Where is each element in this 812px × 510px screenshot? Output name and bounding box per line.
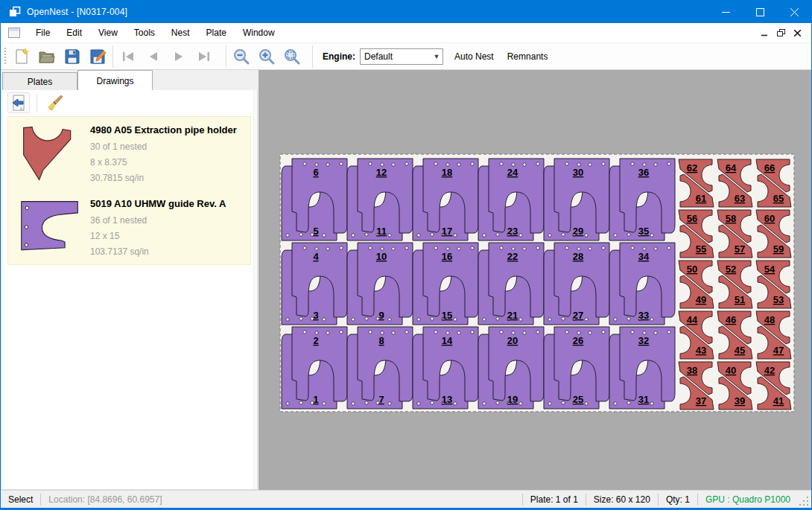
- resize-grip[interactable]: [799, 497, 810, 507]
- hole: [519, 318, 522, 321]
- previous-arrow-icon: [145, 48, 162, 65]
- next-plate-button[interactable]: [166, 45, 191, 68]
- zoom-in-button[interactable]: [254, 45, 279, 68]
- hole: [352, 318, 355, 321]
- hole: [643, 331, 646, 334]
- last-arrow-icon: [196, 48, 212, 65]
- nest-canvas[interactable]: 6512111817242330293635431091615222128273…: [258, 70, 811, 490]
- hole: [352, 234, 355, 237]
- part-shape-purple: [22, 201, 77, 249]
- hole: [454, 234, 457, 237]
- new-button[interactable]: [9, 45, 34, 68]
- part-number: 20: [507, 335, 518, 346]
- tab-plates[interactable]: Plates: [2, 72, 77, 90]
- hole: [548, 318, 551, 321]
- part-number: 11: [376, 226, 387, 237]
- part-number: 29: [573, 226, 583, 237]
- menu-item-file[interactable]: File: [28, 24, 58, 42]
- part-number: 32: [638, 335, 649, 346]
- save-button[interactable]: [60, 45, 85, 68]
- save-as-button[interactable]: [85, 45, 110, 68]
- menu-item-plate[interactable]: Plate: [198, 24, 235, 42]
- drawing-item-4980[interactable]: 4980 A05 Extraction pipe holder 30 of 1 …: [8, 117, 250, 191]
- mdi-close-icon[interactable]: [789, 25, 805, 40]
- hole: [326, 331, 329, 334]
- mdi-document-icon[interactable]: [8, 28, 20, 38]
- last-plate-button[interactable]: [191, 45, 217, 68]
- tab-drawings[interactable]: Drawings: [77, 70, 153, 90]
- part-number: 24: [507, 167, 518, 178]
- hole: [434, 331, 437, 334]
- drawings-toolbar: [1, 90, 257, 115]
- part-number: 50: [687, 264, 697, 275]
- hole: [585, 234, 588, 237]
- hole: [512, 331, 515, 334]
- part-number: 63: [735, 193, 745, 204]
- hole: [340, 331, 343, 334]
- part-number: 5: [313, 226, 318, 237]
- hole: [323, 402, 326, 405]
- hole: [431, 317, 434, 320]
- part-number: 12: [376, 167, 387, 178]
- auto-nest-button[interactable]: Auto Nest: [448, 47, 501, 66]
- menu-item-nest[interactable]: Nest: [163, 24, 198, 42]
- part-number: 54: [764, 264, 775, 275]
- hole: [286, 402, 289, 405]
- menu-item-tools[interactable]: Tools: [126, 24, 163, 42]
- hole: [454, 318, 457, 321]
- drawing-nested-count: 36 of 1 nested: [90, 213, 226, 229]
- minimize-button[interactable]: [708, 1, 743, 23]
- zoom-fit-icon: [283, 48, 301, 66]
- hole: [340, 162, 343, 165]
- hole: [589, 247, 591, 250]
- menu-item-window[interactable]: Window: [235, 24, 283, 42]
- hole: [457, 247, 460, 250]
- menu-item-edit[interactable]: Edit: [58, 24, 90, 42]
- engine-select[interactable]: Default ▼: [360, 48, 443, 65]
- hole: [654, 247, 657, 250]
- drawing-title: 5019 A10 UHMW guide Rev. A: [90, 198, 226, 209]
- hole: [323, 318, 326, 321]
- hole: [446, 331, 449, 334]
- engine-label: Engine:: [323, 51, 355, 62]
- import-drawing-button[interactable]: [7, 92, 30, 113]
- drawing-area: 30.7815 sq/in: [90, 170, 237, 186]
- plate-view[interactable]: 6512111817242330293635431091615222128273…: [279, 153, 795, 412]
- drawing-area: 103.7137 sq/in: [90, 244, 226, 260]
- toolbar-grip[interactable]: [4, 48, 6, 66]
- maximize-button[interactable]: [743, 1, 777, 23]
- hole: [627, 401, 630, 404]
- mdi-restore-icon[interactable]: [773, 25, 789, 40]
- drawing-nested-count: 30 of 1 nested: [90, 139, 237, 155]
- hole: [286, 318, 289, 321]
- panel-tabs: Plates Drawings: [1, 70, 258, 90]
- mdi-minimize-icon[interactable]: [756, 25, 773, 40]
- hole: [496, 233, 499, 236]
- panel-scrollbar[interactable]: [253, 90, 257, 489]
- close-button[interactable]: [777, 1, 811, 23]
- zoom-fit-button[interactable]: [279, 45, 305, 68]
- hole: [650, 402, 653, 405]
- menu-item-view[interactable]: View: [90, 24, 126, 42]
- hole: [388, 402, 391, 405]
- drawing-item-5019[interactable]: 5019 A10 UHMW guide Rev. A 36 of 1 neste…: [8, 191, 250, 264]
- hole: [565, 246, 568, 249]
- clear-drawings-button[interactable]: [44, 92, 66, 113]
- hole: [650, 318, 653, 321]
- hole: [500, 246, 503, 249]
- hole: [512, 163, 515, 166]
- hole: [392, 331, 395, 334]
- hole: [577, 247, 580, 250]
- part-number: 41: [773, 395, 784, 407]
- part-number: 17: [442, 226, 452, 237]
- zoom-out-button[interactable]: [229, 45, 254, 68]
- hole: [483, 402, 486, 405]
- hole: [446, 247, 449, 250]
- part-number: 60: [764, 213, 775, 224]
- hole: [326, 163, 329, 166]
- previous-plate-button[interactable]: [141, 45, 166, 68]
- first-plate-button[interactable]: [115, 45, 141, 68]
- save-as-icon: [89, 48, 107, 66]
- remnants-button[interactable]: Remnants: [501, 47, 555, 66]
- open-button[interactable]: [34, 45, 60, 68]
